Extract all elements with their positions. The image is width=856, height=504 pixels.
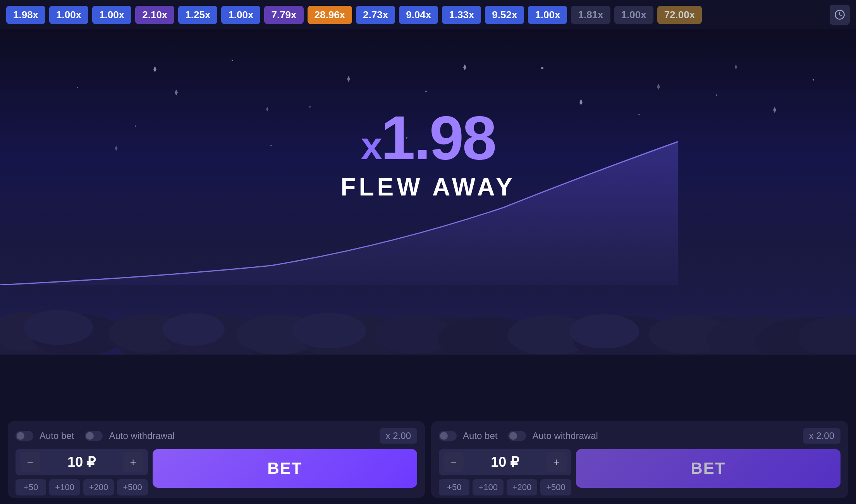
multiplier-badge-15[interactable]: 72.00x bbox=[657, 6, 702, 24]
svg-marker-10 bbox=[735, 64, 737, 70]
clouds-area bbox=[0, 269, 856, 355]
multiplier-badge-13[interactable]: 1.81x bbox=[571, 6, 610, 24]
svg-point-18 bbox=[813, 79, 814, 81]
multiplier-badge-3[interactable]: 2.10x bbox=[135, 6, 174, 24]
svg-marker-5 bbox=[347, 76, 350, 82]
bet-button-left[interactable]: BET bbox=[153, 449, 417, 488]
flight-curve bbox=[0, 130, 856, 285]
multiplier-badge-7[interactable]: 28.96x bbox=[308, 6, 352, 24]
clouds-svg bbox=[0, 269, 856, 355]
game-area: x1.98 FLEW AWAY bbox=[0, 29, 856, 355]
amount-row-left: − 10 ₽ + bbox=[15, 449, 148, 475]
amount-row-right: − 10 ₽ + bbox=[439, 449, 571, 475]
bet-amount-row-right: − 10 ₽ + +50 +100 +200 +500 BET bbox=[439, 449, 841, 495]
quick-add-100-left[interactable]: +100 bbox=[49, 479, 80, 495]
multiplier-input-right[interactable]: x 2.00 bbox=[803, 428, 841, 444]
quick-add-500-right[interactable]: +500 bbox=[540, 479, 571, 495]
svg-marker-7 bbox=[657, 84, 660, 90]
quick-add-50-left[interactable]: +50 bbox=[15, 479, 46, 495]
multiplier-badge-6[interactable]: 7.79x bbox=[264, 6, 303, 24]
auto-bet-label-left: Auto bet bbox=[40, 430, 74, 441]
quick-add-row-right: +50 +100 +200 +500 bbox=[439, 479, 571, 495]
svg-point-19 bbox=[135, 125, 136, 127]
auto-bet-toggle-left[interactable] bbox=[15, 431, 33, 441]
multiplier-badge-4[interactable]: 1.25x bbox=[178, 6, 217, 24]
bet-left-controls: − 10 ₽ + +50 +100 +200 +500 bbox=[15, 449, 148, 495]
auto-bet-toggle-right[interactable] bbox=[439, 431, 457, 441]
bet-amount-display-left: 10 ₽ bbox=[40, 454, 123, 470]
auto-row-left: Auto bet Auto withdrawal x 2.00 bbox=[15, 428, 417, 444]
multiplier-badge-9[interactable]: 9.04x bbox=[399, 6, 438, 24]
quick-add-200-right[interactable]: +200 bbox=[507, 479, 537, 495]
auto-withdrawal-label-left: Auto withdrawal bbox=[109, 430, 174, 441]
quick-add-50-right[interactable]: +50 bbox=[439, 479, 469, 495]
bet-amount-display-right: 10 ₽ bbox=[464, 454, 547, 470]
minus-button-left[interactable]: − bbox=[20, 452, 40, 472]
bet-panel-right: Auto bet Auto withdrawal x 2.00 − 10 ₽ +… bbox=[431, 421, 848, 498]
auto-withdrawal-label-right: Auto withdrawal bbox=[532, 430, 598, 441]
svg-point-13 bbox=[309, 106, 311, 108]
bottom-panel: Auto bet Auto withdrawal x 2.00 − 10 ₽ +… bbox=[0, 415, 856, 504]
svg-marker-3 bbox=[579, 99, 583, 105]
auto-withdrawal-toggle-right[interactable] bbox=[508, 431, 526, 441]
svg-marker-2 bbox=[175, 89, 178, 96]
svg-point-40 bbox=[569, 314, 639, 348]
svg-point-11 bbox=[77, 87, 78, 88]
bet-right-controls: − 10 ₽ + +50 +100 +200 +500 bbox=[439, 449, 571, 495]
svg-point-17 bbox=[716, 94, 717, 96]
quick-add-500-left[interactable]: +500 bbox=[117, 479, 148, 495]
multiplier-badge-2[interactable]: 1.00x bbox=[92, 6, 131, 24]
auto-bet-label-right: Auto bet bbox=[463, 430, 497, 441]
svg-point-33 bbox=[292, 313, 366, 348]
multiplier-badge-11[interactable]: 9.52x bbox=[485, 6, 524, 24]
svg-marker-6 bbox=[463, 64, 466, 70]
plus-button-left[interactable]: + bbox=[123, 452, 143, 472]
quick-add-100-right[interactable]: +100 bbox=[473, 479, 503, 495]
quick-add-200-left[interactable]: +200 bbox=[83, 479, 114, 495]
multiplier-badge-1[interactable]: 1.00x bbox=[49, 6, 88, 24]
clock-button[interactable] bbox=[830, 5, 850, 25]
auto-withdrawal-toggle-left[interactable] bbox=[85, 431, 103, 441]
auto-row-right: Auto bet Auto withdrawal x 2.00 bbox=[439, 428, 841, 444]
multiplier-badge-8[interactable]: 2.73x bbox=[356, 6, 395, 24]
svg-point-25 bbox=[23, 310, 93, 345]
svg-marker-4 bbox=[266, 107, 268, 111]
svg-point-14 bbox=[425, 91, 427, 92]
multiplier-badge-14[interactable]: 1.00x bbox=[614, 6, 653, 24]
multiplier-input-left[interactable]: x 2.00 bbox=[380, 428, 417, 444]
multiplier-badge-5[interactable]: 1.00x bbox=[221, 6, 260, 24]
bet-button-right[interactable]: BET bbox=[576, 449, 841, 488]
multiplier-badge-10[interactable]: 1.33x bbox=[442, 6, 481, 24]
top-bar: 1.98x1.00x1.00x2.10x1.25x1.00x7.79x28.96… bbox=[0, 0, 856, 29]
multiplier-badge-0[interactable]: 1.98x bbox=[6, 6, 45, 24]
svg-point-16 bbox=[638, 114, 640, 115]
svg-point-29 bbox=[163, 313, 225, 346]
svg-point-12 bbox=[232, 60, 233, 61]
plus-button-right[interactable]: + bbox=[547, 452, 567, 472]
bet-amount-row-left: − 10 ₽ + +50 +100 +200 +500 BET bbox=[15, 449, 417, 495]
multiplier-badge-12[interactable]: 1.00x bbox=[528, 6, 567, 24]
svg-point-15 bbox=[541, 67, 543, 69]
quick-add-row-left: +50 +100 +200 +500 bbox=[15, 479, 148, 495]
svg-marker-8 bbox=[773, 107, 776, 113]
bet-panel-left: Auto bet Auto withdrawal x 2.00 − 10 ₽ +… bbox=[8, 421, 425, 498]
minus-button-right[interactable]: − bbox=[443, 452, 464, 472]
svg-marker-1 bbox=[153, 66, 156, 72]
